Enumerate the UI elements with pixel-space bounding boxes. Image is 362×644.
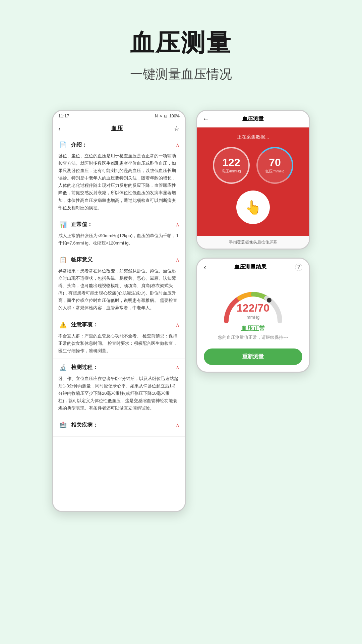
process-icon: 🔬: [58, 363, 68, 372]
measuring-header: ← 血压测量: [197, 111, 309, 127]
page-title: 血压测量: [0, 27, 362, 59]
finger-icon: 👆: [236, 191, 270, 224]
arc-value-overlay: 122/70 mmHg: [237, 303, 269, 320]
normal-icon: 📊: [58, 220, 68, 229]
caution-title: 注意事项：: [71, 321, 98, 328]
caution-chevron[interactable]: ∧: [176, 322, 180, 328]
intro-chevron[interactable]: ∧: [176, 142, 180, 148]
disease-title: 相关疾病：: [71, 422, 98, 429]
section-normal: 📊 正常值： ∧ 成人正常的舒张压为<90mmHg(12kpa)，血压的单位为千…: [53, 216, 185, 251]
normal-body: 成人正常的舒张压为<90mmHg(12kpa)，血压的单位为千帕，1千帕=7.6…: [58, 232, 180, 247]
left-phone-nav: ‹ 血压 ☆: [53, 121, 185, 136]
back-icon[interactable]: ‹: [58, 125, 61, 132]
result-body: 122/70 mmHg 血压正常 您的血压测量值正常，请继续保持~~ 重新测量: [197, 276, 309, 372]
right-column: ← 血压测量 正在采集数据... 122 高压/mmHg 70 低压/mmHg: [196, 110, 310, 373]
status-bar: 11:17 N ≈ ⊟ 100%: [53, 111, 185, 121]
process-chevron[interactable]: ∧: [176, 364, 180, 371]
arc-gauge: 122/70 mmHg: [220, 284, 287, 324]
clinical-title: 临床意义: [71, 256, 93, 263]
battery-pct: 100%: [169, 114, 180, 118]
high-pressure-gauge: 122 高压/mmHg: [213, 147, 250, 184]
measuring-title: 血压测量: [242, 115, 264, 122]
finger-hint: 手指覆盖摄像头后按住屏幕: [197, 236, 309, 249]
network-icon: N: [155, 114, 158, 118]
measuring-body: 正在采集数据... 122 高压/mmHg 70 低压/mmHg 👆: [197, 127, 309, 236]
right-phone-result: ‹ 血压测量结果 ?: [196, 258, 310, 373]
disease-chevron[interactable]: ∧: [176, 422, 180, 428]
caution-body: 不合宜人群：严重的血管及心功能不全者。 检查前禁忌：保持正常的饮食和休息时间。 …: [58, 332, 180, 355]
section-disease: 🏥 相关疾病： ∧: [53, 416, 185, 437]
bp-desc: 您的血压测量值正常，请继续保持~~: [204, 334, 302, 340]
status-time: 11:17: [58, 113, 69, 118]
low-value: 70: [269, 157, 281, 168]
collecting-text: 正在采集数据...: [204, 134, 302, 140]
page-wrapper: 血压测量 一键测量血压情况 11:17 N ≈ ⊟ 100% ‹ 血压 ☆: [0, 0, 362, 539]
result-help-icon[interactable]: ?: [295, 264, 302, 271]
section-caution: ⚠️ 注意事项： ∧ 不合宜人群：严重的血管及心功能不全者。 检查前禁忌：保持正…: [53, 316, 185, 359]
section-intro: 📄 介绍： ∧ 卧位、坐位、立位的血压是用于检查血压是否正常的一项辅助检查方法。…: [53, 136, 185, 216]
right-phone-measuring: ← 血压测量 正在采集数据... 122 高压/mmHg 70 低压/mmHg: [196, 110, 310, 250]
low-unit: 低压/mmHg: [265, 169, 284, 174]
left-phone: 11:17 N ≈ ⊟ 100% ‹ 血压 ☆ 📄 介绍：: [52, 110, 186, 512]
result-header: ‹ 血压测量结果 ?: [197, 259, 309, 276]
process-title: 检测过程：: [71, 364, 98, 371]
low-pressure-gauge: 70 低压/mmHg: [256, 147, 293, 184]
intro-icon: 📄: [58, 140, 68, 150]
clinical-icon: 📋: [58, 255, 68, 265]
wifi-icon: ≈: [160, 114, 162, 118]
section-clinical: 📋 临床意义 ∧ 异常结果：患者常在体位改变，如突然从卧位、蹲位、坐位起立时出现…: [53, 251, 185, 316]
clinical-chevron[interactable]: ∧: [176, 257, 180, 263]
page-subtitle: 一键测量血压情况: [0, 66, 362, 83]
bp-unit: mmHg: [237, 315, 269, 320]
measuring-back-icon[interactable]: ←: [202, 115, 209, 123]
status-icons: N ≈ ⊟ 100%: [155, 114, 180, 118]
disease-icon: 🏥: [58, 420, 68, 430]
caution-icon: ⚠️: [58, 320, 68, 330]
result-back-icon[interactable]: ‹: [204, 263, 206, 271]
process-body: 卧、作、立位血压应在患者平卧2分钟后，以及从卧位迅速站起后1-3分钟内测量，同时…: [58, 375, 180, 412]
intro-body: 卧位、坐位、立位的血压是用于检查血压是否正常的一项辅助检查方法。就医时多数医生都…: [58, 152, 180, 212]
high-value: 122: [222, 157, 240, 168]
normal-chevron[interactable]: ∧: [176, 221, 180, 228]
section-process: 🔬 检测过程： ∧ 卧、作、立位血压应在患者平卧2分钟后，以及从卧位迅速站起后1…: [53, 359, 185, 416]
normal-title: 正常值：: [71, 221, 93, 228]
intro-title: 介绍：: [71, 142, 87, 149]
bp-status: 血压正常: [204, 324, 302, 332]
result-title: 血压测量结果: [234, 264, 266, 271]
left-nav-title: 血压: [111, 124, 123, 132]
high-unit: 高压/mmHg: [222, 169, 241, 174]
battery-icon: ⊟: [164, 114, 167, 118]
gauges-row: 122 高压/mmHg 70 低压/mmHg: [204, 147, 302, 184]
page-header: 血压测量 一键测量血压情况: [0, 0, 362, 90]
clinical-body: 异常结果：患者常在体位改变，如突然从卧位、蹲位、坐位起立时出现不适症状，包括头晕…: [58, 267, 180, 312]
remeasure-button[interactable]: 重新测量: [204, 348, 302, 365]
screens-container: 11:17 N ≈ ⊟ 100% ‹ 血压 ☆ 📄 介绍：: [0, 90, 362, 539]
bp-value: 122/70: [237, 303, 269, 313]
star-icon[interactable]: ☆: [174, 124, 180, 132]
